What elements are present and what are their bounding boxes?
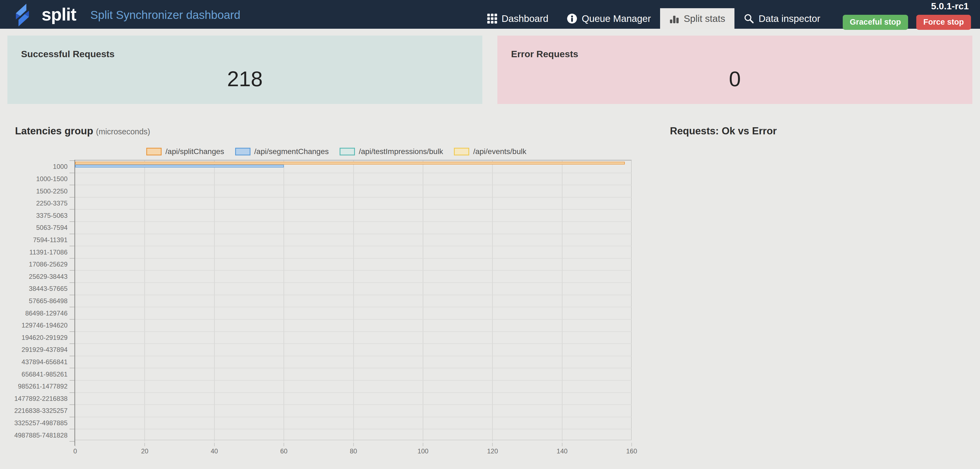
graceful-stop-button[interactable]: Graceful stop — [843, 15, 908, 30]
x-axis-label: 160 — [619, 447, 644, 455]
y-axis-tick — [70, 331, 75, 332]
y-axis-tick — [70, 282, 75, 283]
x-axis-label: 60 — [272, 447, 296, 455]
info-icon — [567, 13, 577, 24]
y-axis-tick — [70, 319, 75, 320]
y-axis-label: 11391-17086 — [0, 249, 68, 256]
brand-name: split — [41, 5, 76, 25]
nav-item-label: Queue Manager — [582, 13, 651, 24]
error-requests-value: 0 — [511, 67, 959, 91]
horizontal-gridline — [75, 307, 632, 307]
y-axis-tick — [70, 343, 75, 344]
legend-item-segmentchanges[interactable]: /api/segmentChanges — [235, 147, 329, 156]
x-axis-tick — [632, 443, 632, 446]
chart-legend: /api/splitChanges /api/segmentChanges /a… — [15, 147, 658, 156]
nav-item-dashboard[interactable]: Dashboard — [478, 8, 558, 29]
y-axis-tick — [70, 270, 75, 271]
legend-item-events[interactable]: /api/events/bulk — [454, 147, 527, 156]
y-axis-label: 985261-1477892 — [0, 383, 68, 390]
y-axis-label: 437894-656841 — [0, 358, 68, 366]
latency-bar — [75, 165, 284, 168]
horizontal-gridline — [75, 282, 632, 283]
x-axis-tick — [145, 443, 145, 446]
y-axis-tick — [70, 368, 75, 368]
latencies-heading: Latencies group (microseconds) — [15, 125, 658, 137]
search-icon — [744, 13, 754, 24]
horizontal-gridline — [75, 404, 632, 405]
y-axis-label: 4987885-7481828 — [0, 432, 68, 439]
horizontal-gridline — [75, 234, 632, 234]
y-axis-tick — [70, 209, 75, 210]
x-axis-label: 0 — [63, 447, 88, 455]
force-stop-button[interactable]: Force stop — [916, 15, 971, 30]
latencies-panel: Latencies group (microseconds) /api/spli… — [15, 125, 658, 440]
y-axis-label: 1000-1500 — [0, 175, 68, 183]
horizontal-gridline — [75, 246, 632, 246]
y-axis-tick — [70, 197, 75, 198]
requests-heading: Requests: Ok vs Error — [670, 125, 980, 137]
nav-item-data-inspector[interactable]: Data inspector — [735, 8, 830, 29]
split-logo-icon — [8, 2, 37, 28]
card-title: Error Requests — [511, 49, 959, 59]
y-axis-label: 57665-86498 — [0, 297, 68, 305]
x-axis-tick — [492, 443, 493, 446]
x-axis-tick — [353, 443, 354, 446]
y-axis-tick — [70, 380, 75, 381]
y-axis-tick — [70, 234, 75, 234]
nav-item-label: Split stats — [684, 13, 725, 24]
y-axis-tick — [70, 295, 75, 295]
x-axis-tick — [75, 443, 75, 446]
y-axis-tick — [70, 392, 75, 393]
horizontal-gridline — [75, 343, 632, 344]
y-axis-label: 5063-7594 — [0, 224, 68, 231]
y-axis-label: 129746-194620 — [0, 322, 68, 329]
y-axis-tick — [70, 173, 75, 173]
y-axis-label: 1500-2250 — [0, 187, 68, 195]
legend-label: /api/events/bulk — [473, 147, 527, 156]
vertical-gridline — [562, 161, 562, 441]
horizontal-gridline — [75, 258, 632, 258]
horizontal-gridline — [75, 331, 632, 332]
y-axis-tick — [70, 356, 75, 356]
y-axis-label: 656841-985261 — [0, 370, 68, 378]
nav-item-split-stats[interactable]: Split stats — [660, 8, 735, 29]
legend-item-testimpressions[interactable]: /api/testImpressions/bulk — [340, 147, 443, 156]
vertical-gridline — [214, 161, 215, 441]
y-axis-label: 2250-3375 — [0, 199, 68, 207]
card-title: Successful Requests — [21, 49, 469, 59]
successful-requests-value: 218 — [21, 67, 469, 91]
legend-label: /api/testImpressions/bulk — [359, 147, 443, 156]
horizontal-gridline — [75, 209, 632, 210]
nav-controls: 5.0.1-rc1 Graceful stop Force stop — [843, 0, 971, 30]
y-axis-tick — [70, 404, 75, 405]
error-requests-card: Error Requests 0 — [497, 35, 972, 104]
y-axis-label: 7594-11391 — [0, 236, 68, 244]
y-axis-label: 194620-291929 — [0, 334, 68, 341]
app-title: Split Synchronizer dashboard — [91, 8, 240, 22]
legend-swatch-teal — [340, 148, 355, 155]
legend-swatch-blue — [235, 148, 250, 155]
y-axis-label: 2216838-3325257 — [0, 407, 68, 415]
y-axis-tick — [70, 441, 75, 442]
x-axis-tick — [562, 443, 562, 446]
horizontal-gridline — [75, 380, 632, 381]
horizontal-gridline — [75, 221, 632, 222]
latency-plot: 02040608010012014016010001000-15001500-2… — [75, 160, 632, 440]
y-axis-label: 1477892-2216838 — [0, 395, 68, 402]
horizontal-gridline — [75, 392, 632, 393]
y-axis-tick — [70, 258, 75, 258]
y-axis-label: 3325257-4987885 — [0, 419, 68, 427]
legend-swatch-yellow — [454, 148, 469, 155]
latencies-subtitle: (microseconds) — [96, 127, 150, 136]
vertical-gridline — [353, 161, 354, 441]
x-axis-label: 20 — [132, 447, 157, 455]
horizontal-gridline — [75, 368, 632, 368]
y-axis-label: 38443-57665 — [0, 285, 68, 292]
nav-item-queue-manager[interactable]: Queue Manager — [558, 8, 660, 29]
nav-menu: Dashboard Queue Manager Split stats Da — [478, 0, 830, 29]
brand: split Split Synchronizer dashboard — [8, 1, 240, 28]
legend-item-splitchanges[interactable]: /api/splitChanges — [146, 147, 224, 156]
latencies-title: Latencies group — [15, 125, 93, 137]
horizontal-gridline — [75, 417, 632, 417]
horizontal-gridline — [75, 295, 632, 295]
